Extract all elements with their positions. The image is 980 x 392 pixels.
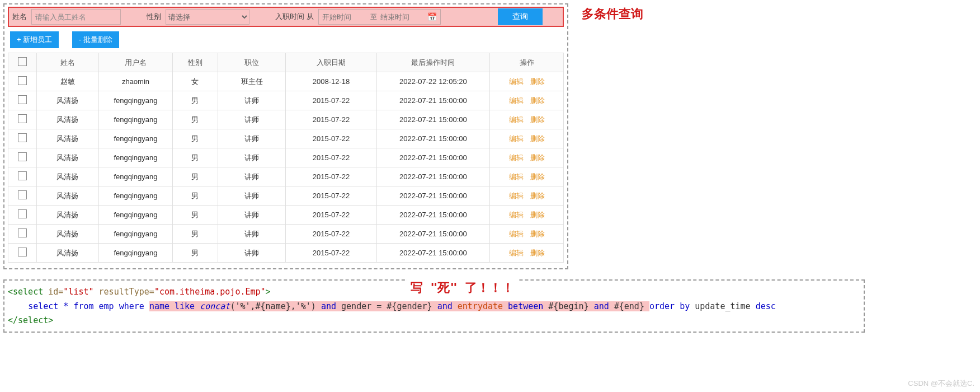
cell-name: 风清扬 [36, 225, 98, 244]
cell-gender: 男 [172, 206, 218, 225]
row-checkbox[interactable] [18, 95, 27, 104]
cell-username: fengqingyang [99, 91, 173, 110]
cell-gender: 男 [172, 186, 218, 206]
cell-name: 风清扬 [36, 244, 98, 263]
row-checkbox[interactable] [18, 190, 27, 199]
cell-entrydate: 2015-07-22 [286, 225, 376, 244]
table-row: 风清扬fengqingyang男讲师2015-07-222022-07-21 1… [8, 244, 564, 263]
delete-link[interactable]: 删除 [530, 96, 545, 105]
cell-entrydate: 2015-07-22 [286, 206, 376, 225]
annotation-hardcoded: 写 "死" 了！！！ [407, 277, 517, 298]
add-employee-button[interactable]: + 新增员工 [10, 31, 59, 48]
code-line-2: select * from emp where name like concat… [8, 300, 860, 314]
edit-link[interactable]: 编辑 [509, 192, 524, 200]
th-gender: 性别 [172, 53, 218, 72]
cell-name: 风清扬 [36, 129, 98, 148]
row-checkbox[interactable] [18, 171, 27, 180]
cell-name: 赵敏 [36, 72, 98, 91]
cell-name: 风清扬 [36, 148, 98, 167]
query-button[interactable]: 查询 [498, 8, 543, 25]
delete-link[interactable]: 删除 [530, 115, 545, 124]
edit-link[interactable]: 编辑 [509, 211, 524, 219]
name-input[interactable] [31, 9, 121, 25]
edit-link[interactable]: 编辑 [509, 230, 524, 238]
th-entrydate: 入职日期 [286, 53, 376, 72]
top-panel: 姓名 性别 请选择 入职时间 从 至 📅 查询 + 新增员工 - 批量删除 姓名… [3, 3, 568, 269]
table-row: 风清扬fengqingyang男讲师2015-07-222022-07-21 1… [8, 91, 564, 110]
row-checkbox[interactable] [18, 152, 27, 161]
cell-gender: 男 [172, 225, 218, 244]
row-checkbox[interactable] [18, 133, 27, 142]
name-label: 姓名 [12, 12, 27, 22]
cell-lastop: 2022-07-21 15:00:00 [376, 244, 490, 263]
edit-link[interactable]: 编辑 [509, 172, 524, 181]
cell-position: 讲师 [218, 244, 286, 263]
edit-link[interactable]: 编辑 [509, 115, 524, 124]
cell-name: 风清扬 [36, 110, 98, 129]
row-checkbox[interactable] [18, 248, 27, 256]
edit-link[interactable]: 编辑 [509, 96, 524, 105]
cell-gender: 男 [172, 244, 218, 263]
cell-entrydate: 2015-07-22 [286, 110, 376, 129]
cell-entrydate: 2008-12-18 [286, 72, 376, 91]
delete-link[interactable]: 删除 [530, 230, 545, 238]
cell-entrydate: 2015-07-22 [286, 167, 376, 186]
delete-link[interactable]: 删除 [530, 77, 545, 86]
delete-link[interactable]: 删除 [530, 153, 545, 162]
cell-username: fengqingyang [99, 244, 173, 263]
cell-position: 讲师 [218, 148, 286, 167]
edit-link[interactable]: 编辑 [509, 134, 524, 143]
cell-lastop: 2022-07-22 12:05:20 [376, 72, 490, 91]
action-row: + 新增员工 - 批量删除 [10, 31, 564, 48]
cell-username: fengqingyang [99, 167, 173, 186]
table-row: 风清扬fengqingyang男讲师2015-07-222022-07-21 1… [8, 167, 564, 186]
cell-lastop: 2022-07-21 15:00:00 [376, 225, 490, 244]
cell-position: 讲师 [218, 225, 286, 244]
cell-lastop: 2022-07-21 15:00:00 [376, 186, 490, 206]
cell-position: 讲师 [218, 129, 286, 148]
date-start-input[interactable] [322, 13, 367, 21]
table-row: 风清扬fengqingyang男讲师2015-07-222022-07-21 1… [8, 110, 564, 129]
table-row: 风清扬fengqingyang男讲师2015-07-222022-07-21 1… [8, 225, 564, 244]
delete-link[interactable]: 删除 [530, 172, 545, 181]
gender-select[interactable]: 请选择 [166, 9, 249, 25]
cell-position: 讲师 [218, 91, 286, 110]
date-separator: 至 [370, 12, 377, 22]
cell-gender: 男 [172, 148, 218, 167]
gender-label: 性别 [147, 12, 161, 22]
th-position: 职位 [218, 53, 286, 72]
cell-name: 风清扬 [36, 206, 98, 225]
cell-gender: 男 [172, 129, 218, 148]
batch-delete-button[interactable]: - 批量删除 [72, 31, 119, 48]
cell-username: fengqingyang [99, 148, 173, 167]
th-action: 操作 [490, 53, 564, 72]
cell-lastop: 2022-07-21 15:00:00 [376, 167, 490, 186]
delete-link[interactable]: 删除 [530, 249, 545, 257]
row-checkbox[interactable] [18, 209, 27, 218]
table-row: 风清扬fengqingyang男讲师2015-07-222022-07-21 1… [8, 186, 564, 206]
cell-entrydate: 2015-07-22 [286, 186, 376, 206]
row-checkbox[interactable] [18, 114, 27, 123]
cell-username: fengqingyang [99, 225, 173, 244]
th-name: 姓名 [36, 53, 98, 72]
employee-table: 姓名 用户名 性别 职位 入职日期 最后操作时间 操作 赵敏zhaomin女班主… [8, 53, 564, 263]
cell-lastop: 2022-07-21 15:00:00 [376, 148, 490, 167]
cell-lastop: 2022-07-21 15:00:00 [376, 206, 490, 225]
cell-entrydate: 2015-07-22 [286, 148, 376, 167]
date-end-input[interactable] [380, 13, 425, 21]
edit-link[interactable]: 编辑 [509, 77, 524, 86]
date-range-input[interactable]: 至 📅 [318, 9, 441, 25]
table-row: 风清扬fengqingyang男讲师2015-07-222022-07-21 1… [8, 206, 564, 225]
cell-gender: 男 [172, 91, 218, 110]
row-checkbox[interactable] [18, 228, 27, 237]
delete-link[interactable]: 删除 [530, 192, 545, 200]
delete-link[interactable]: 删除 [530, 211, 545, 219]
row-checkbox[interactable] [18, 76, 27, 85]
edit-link[interactable]: 编辑 [509, 153, 524, 162]
select-all-checkbox[interactable] [18, 57, 27, 66]
annotation-multi-condition: 多条件查询 [582, 6, 643, 22]
search-bar: 姓名 性别 请选择 入职时间 从 至 📅 查询 [8, 7, 564, 27]
edit-link[interactable]: 编辑 [509, 249, 524, 257]
cell-entrydate: 2015-07-22 [286, 91, 376, 110]
delete-link[interactable]: 删除 [530, 134, 545, 143]
